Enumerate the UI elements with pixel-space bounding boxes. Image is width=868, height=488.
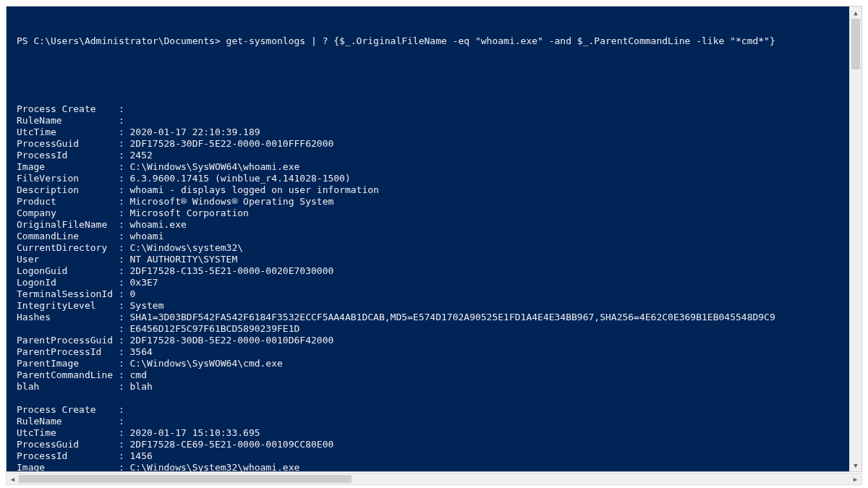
- horizontal-scrollbar[interactable]: ◀ ▶: [6, 473, 862, 485]
- output-line: Process Create :: [17, 404, 842, 416]
- output-line: TerminalSessionId : 0: [17, 288, 842, 300]
- output-line: UtcTime : 2020-01-17 15:10:33.695: [17, 427, 842, 439]
- output-line: ParentProcessGuid : 2DF17528-30DB-5E22-0…: [17, 335, 842, 346]
- output-line: User : NT AUTHORITY\SYSTEM: [17, 254, 842, 265]
- vertical-scroll-thumb[interactable]: [851, 19, 860, 69]
- scroll-left-arrow-icon[interactable]: ◀: [7, 474, 19, 484]
- horizontal-scroll-thumb[interactable]: [19, 475, 352, 483]
- output-line: ParentCommandLine : cmd: [17, 369, 842, 381]
- output-line: : E6456D12F5C97F61BCD5890239FE1D: [17, 323, 842, 335]
- vertical-scrollbar[interactable]: ▲ ▼: [849, 7, 861, 471]
- blank-line: [17, 393, 842, 404]
- console-output: PS C:\Users\Administrator\Documents> get…: [7, 7, 849, 471]
- console-client-area: PS C:\Users\Administrator\Documents> get…: [6, 6, 862, 472]
- output-line: ParentProcessId : 3564: [17, 346, 842, 358]
- output-line: Product : Microsoft® Windows® Operating …: [17, 196, 842, 207]
- output-line: UtcTime : 2020-01-17 22:10:39.189: [17, 127, 842, 138]
- output-line: Process Create :: [17, 103, 842, 115]
- output-line: LogonGuid : 2DF17528-C135-5E21-0000-0020…: [17, 265, 842, 277]
- output-line: CommandLine : whoami: [17, 231, 842, 242]
- output-line: Image : C:\Windows\System32\whoami.exe: [17, 462, 842, 471]
- powershell-window: PS C:\Users\Administrator\Documents> get…: [0, 0, 868, 488]
- horizontal-scroll-track[interactable]: [19, 474, 849, 484]
- output-line: OriginalFileName : whoami.exe: [17, 219, 842, 231]
- output-line: ParentImage : C:\Windows\SysWOW64\cmd.ex…: [17, 358, 842, 369]
- output-line: RuleName :: [17, 115, 842, 127]
- console-viewport[interactable]: PS C:\Users\Administrator\Documents> get…: [7, 7, 849, 471]
- output-line: RuleName :: [17, 416, 842, 427]
- output-line: CurrentDirectory : C:\Windows\system32\: [17, 242, 842, 254]
- output-line: LogonId : 0x3E7: [17, 277, 842, 288]
- output-line: IntegrityLevel : System: [17, 300, 842, 312]
- output-line: ProcessGuid : 2DF17528-CE69-5E21-0000-00…: [17, 439, 842, 450]
- output-line: Hashes : SHA1=3D03BDF542FA542F6184F3532E…: [17, 312, 842, 323]
- scroll-up-arrow-icon[interactable]: ▲: [850, 7, 861, 19]
- output-line: Image : C:\Windows\SysWOW64\whoami.exe: [17, 161, 842, 173]
- vertical-scroll-track[interactable]: [850, 19, 861, 459]
- output-line: blah : blah: [17, 381, 842, 393]
- output-line: ProcessGuid : 2DF17528-30DF-5E22-0000-00…: [17, 138, 842, 150]
- output-line: Description : whoami - displays logged o…: [17, 184, 842, 196]
- scroll-right-arrow-icon[interactable]: ▶: [849, 474, 861, 484]
- output-line: ProcessId : 1456: [17, 450, 842, 462]
- output-line: FileVersion : 6.3.9600.17415 (winblue_r4…: [17, 173, 842, 184]
- prompt-line: PS C:\Users\Administrator\Documents> get…: [17, 35, 842, 47]
- output-line: Company : Microsoft Corporation: [17, 207, 842, 219]
- scroll-down-arrow-icon[interactable]: ▼: [850, 459, 861, 471]
- output-line: ProcessId : 2452: [17, 150, 842, 161]
